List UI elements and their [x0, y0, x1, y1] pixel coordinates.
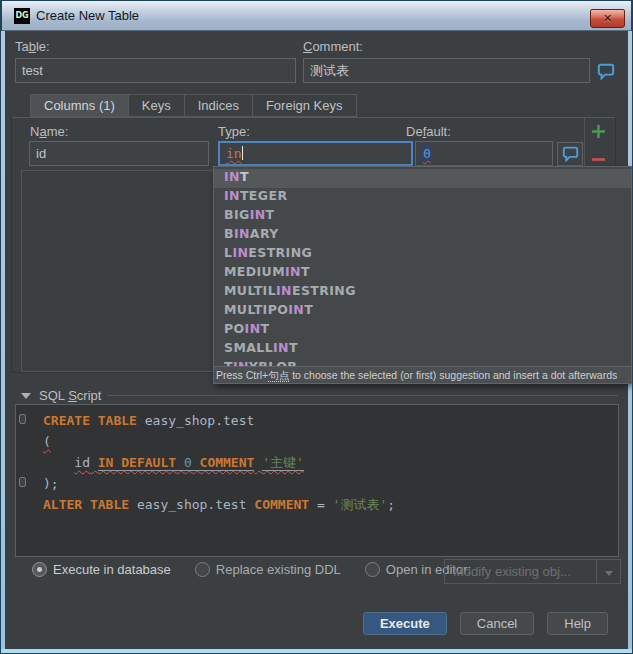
- sql-line: id IN DEFAULT 0 COMMENT '主键': [43, 452, 616, 473]
- completion-hint-bar: Press Ctrl+句点 to choose the selected (or…: [214, 366, 631, 383]
- execution-options: Execute in databaseReplace existing DDLO…: [32, 562, 471, 577]
- column-name-input[interactable]: id: [29, 141, 209, 166]
- sql-code: CREATE TABLE easy_shop.test( id IN DEFAU…: [43, 410, 616, 515]
- window-title: Create New Table: [36, 1, 139, 31]
- completion-list: INTINTEGERBIGINTBINARYLINESTRINGMEDIUMIN…: [214, 167, 631, 366]
- sql-line: (: [43, 431, 616, 452]
- close-icon[interactable]: ✕: [590, 9, 625, 28]
- datagrip-app-icon: DG: [14, 8, 30, 24]
- tab-foreign-keys[interactable]: Foreign Keys: [253, 94, 357, 117]
- completion-item-bigint[interactable]: BIGINT: [214, 207, 631, 226]
- window-border-bottom: [1, 649, 632, 653]
- completion-item-tinyblob[interactable]: TINYBLOB: [214, 359, 631, 366]
- dialog-buttons: ExecuteCancelHelp: [363, 612, 608, 635]
- section-rule: [107, 395, 618, 396]
- sql-editor[interactable]: CREATE TABLE easy_shop.test( id IN DEFAU…: [15, 404, 619, 557]
- radio-button-icon[interactable]: [195, 562, 210, 577]
- radio-label: Replace existing DDL: [216, 562, 341, 577]
- column-default-input[interactable]: 0: [415, 141, 553, 166]
- tab-indices[interactable]: Indices: [185, 94, 253, 117]
- completion-item-point[interactable]: POINT: [214, 321, 631, 340]
- completion-item-smallint[interactable]: SMALLINT: [214, 340, 631, 359]
- default-comment-button[interactable]: [557, 142, 583, 166]
- sql-line: ALTER TABLE easy_shop.test COMMENT = '测试…: [43, 494, 616, 515]
- completion-item-mediumint[interactable]: MEDIUMINT: [214, 264, 631, 283]
- fold-marker[interactable]: [19, 414, 26, 424]
- radio-button-icon[interactable]: [32, 562, 47, 577]
- sql-script-header[interactable]: SQL Script: [21, 388, 101, 403]
- execute-button[interactable]: Execute: [363, 612, 447, 635]
- title-bar[interactable]: DG Create New Table ✕: [2, 1, 631, 31]
- completion-item-int[interactable]: INT: [214, 169, 631, 188]
- type-completion-popup: INTINTEGERBIGINTBINARYLINESTRINGMEDIUMIN…: [213, 166, 632, 384]
- window-border-left: [1, 31, 5, 649]
- minus-icon: [591, 152, 606, 167]
- create-new-table-dialog: DG Create New Table ✕ Table: Comment: te…: [0, 0, 633, 654]
- tab-bar: Columns (1)KeysIndicesForeign Keys: [30, 94, 357, 117]
- tab-keys[interactable]: Keys: [129, 94, 185, 117]
- plus-icon: [591, 124, 606, 139]
- fold-marker[interactable]: [19, 477, 26, 487]
- table-label: Table:: [15, 39, 50, 54]
- comment-bubble-icon[interactable]: [594, 60, 618, 82]
- chevron-down-icon[interactable]: [596, 560, 620, 583]
- sql-line: );: [43, 473, 616, 494]
- collapse-arrow-icon[interactable]: [21, 393, 31, 399]
- sql-script-label: SQL Script: [39, 388, 101, 403]
- table-comment-input[interactable]: 测试表: [303, 58, 590, 83]
- completion-item-multilinestring[interactable]: MULTILINESTRING: [214, 283, 631, 302]
- completion-item-multipoint[interactable]: MULTIPOINT: [214, 302, 631, 321]
- comment-bubble-icon: [562, 146, 579, 162]
- radio-label: Execute in database: [53, 562, 171, 577]
- column-type-label: Type:: [218, 124, 250, 139]
- completion-item-linestring[interactable]: LINESTRING: [214, 245, 631, 264]
- comment-label: Comment:: [303, 39, 363, 54]
- open-in-editor-combobox[interactable]: Modify existing obj...: [444, 559, 621, 584]
- sql-line: CREATE TABLE easy_shop.test: [43, 410, 616, 431]
- completion-item-integer[interactable]: INTEGER: [214, 188, 631, 207]
- column-type-input[interactable]: in: [218, 141, 413, 166]
- tab-columns-1[interactable]: Columns (1): [30, 94, 129, 117]
- table-name-input[interactable]: test: [15, 58, 296, 83]
- add-column-button[interactable]: [587, 122, 609, 142]
- text-caret: [242, 146, 243, 160]
- completion-item-binary[interactable]: BINARY: [214, 226, 631, 245]
- radio-button-icon[interactable]: [365, 562, 380, 577]
- cancel-button[interactable]: Cancel: [460, 612, 534, 635]
- radio-replace-existing-ddl[interactable]: Replace existing DDL: [195, 562, 341, 577]
- radio-execute-in-database[interactable]: Execute in database: [32, 562, 171, 577]
- help-button[interactable]: Help: [547, 612, 608, 635]
- column-default-label: Default:: [406, 124, 451, 139]
- column-name-label: Name:: [30, 124, 68, 139]
